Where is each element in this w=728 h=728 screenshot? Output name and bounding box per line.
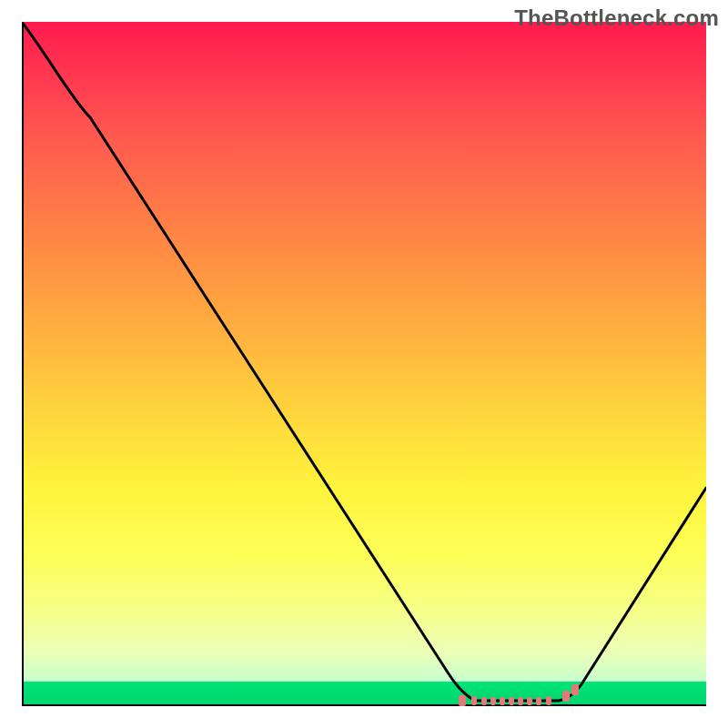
svg-rect-4 <box>500 697 505 705</box>
svg-rect-11 <box>571 684 579 695</box>
svg-rect-8 <box>536 697 541 705</box>
plot-area <box>22 22 706 706</box>
svg-rect-6 <box>518 697 523 705</box>
svg-rect-2 <box>481 697 487 705</box>
svg-rect-1 <box>471 696 477 705</box>
svg-rect-9 <box>546 696 551 705</box>
bottleneck-chart: TheBottleneck.com <box>0 0 728 728</box>
svg-rect-0 <box>459 695 466 706</box>
curve-layer <box>22 22 706 706</box>
svg-rect-10 <box>562 691 570 702</box>
svg-rect-5 <box>509 697 514 705</box>
svg-rect-7 <box>527 697 532 705</box>
watermark-text: TheBottleneck.com <box>514 5 719 31</box>
svg-rect-3 <box>490 697 496 705</box>
flat-region-markers <box>459 684 579 706</box>
bottleneck-curve <box>22 22 706 701</box>
